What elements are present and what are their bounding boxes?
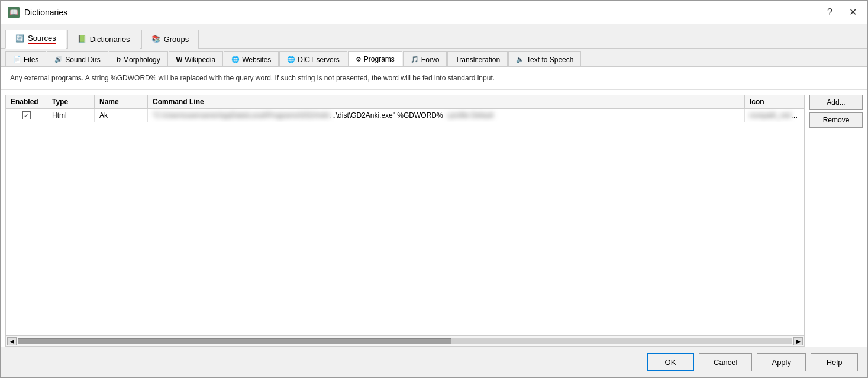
add-button[interactable]: Add... (809, 95, 863, 110)
apply-button[interactable]: Apply (757, 353, 806, 371)
dict-servers-icon: 🌐 (287, 56, 295, 63)
col-enabled: Enabled (6, 95, 47, 108)
title-bar-right: ? ✕ (824, 5, 860, 19)
tab-groups[interactable]: 📚 Groups (141, 30, 199, 49)
sidebar-buttons: Add... Remove (809, 95, 863, 347)
ok-button[interactable]: OK (647, 353, 694, 371)
sources-tab-label: Sources (28, 34, 56, 44)
transliteration-label: Transliteration (455, 56, 500, 64)
title-bar: 📖 Dictionaries ? ✕ (1, 1, 867, 24)
subtab-transliteration[interactable]: Transliteration (447, 51, 508, 67)
remove-button[interactable]: Remove (809, 112, 863, 128)
forvo-icon: 🎵 (411, 56, 419, 63)
horizontal-scrollbar[interactable]: ◀ ▶ (6, 335, 804, 346)
icon-redacted: iconpath_redacted (750, 111, 804, 119)
content-area: 📄 Files 🔊 Sound Dirs h Morphology W Wiki… (1, 49, 867, 347)
command-line-redacted-prefix: "C:\Users\username\AppData\Local\Program… (153, 111, 330, 119)
scroll-right-button[interactable]: ▶ (793, 337, 803, 345)
table-container: Enabled Type Name Command Line Icon Html… (5, 95, 805, 347)
col-name: Name (95, 95, 148, 108)
scroll-thumb[interactable] (18, 338, 451, 344)
subtab-forvo[interactable]: 🎵 Forvo (403, 51, 447, 67)
sound-dirs-label: Sound Dirs (65, 56, 100, 64)
subtab-files[interactable]: 📄 Files (5, 51, 46, 67)
info-text: Any external programs. A string %GDWORD%… (1, 67, 867, 90)
scroll-left-button[interactable]: ◀ (7, 337, 17, 345)
main-window: 📖 Dictionaries ? ✕ 🔄 Sources 📗 Dictionar… (0, 0, 868, 378)
wikipedia-label: Wikipedia (185, 56, 215, 64)
tab-sources[interactable]: 🔄 Sources (5, 30, 66, 49)
col-icon: Icon (745, 95, 804, 108)
subtab-morphology[interactable]: h Morphology (109, 51, 168, 67)
help-button[interactable]: ? (824, 5, 836, 19)
dictionaries-tab-icon: 📗 (78, 35, 87, 44)
subtab-programs[interactable]: ⚙ Programs (348, 51, 402, 67)
enabled-checkbox[interactable] (22, 111, 31, 119)
dict-servers-label: DICT servers (298, 56, 339, 64)
table-header: Enabled Type Name Command Line Icon (6, 95, 804, 109)
sources-tab-icon: 🔄 (15, 34, 25, 44)
table-body: Html Ak "C:\Users\username\AppData\Local… (6, 109, 804, 335)
window-title: Dictionaries (24, 8, 67, 17)
files-label: Files (24, 56, 38, 64)
files-icon: 📄 (13, 56, 21, 63)
groups-tab-icon: 📚 (151, 35, 161, 44)
groups-tab-label: Groups (164, 35, 189, 44)
wikipedia-icon: W (176, 56, 182, 63)
programs-icon: ⚙ (356, 56, 362, 63)
title-bar-left: 📖 Dictionaries (8, 7, 67, 18)
forvo-label: Forvo (421, 56, 440, 64)
col-type: Type (47, 95, 95, 108)
cell-type: Html (47, 109, 95, 122)
cell-name: Ak (95, 109, 148, 122)
subtab-text-to-speech[interactable]: 🔈 Text to Speech (508, 51, 581, 67)
morphology-icon: h (117, 56, 121, 64)
table-area: Enabled Type Name Command Line Icon Html… (1, 90, 867, 347)
subtab-wikipedia[interactable]: W Wikipedia (169, 51, 223, 67)
help-footer-button[interactable]: Help (811, 353, 858, 371)
scroll-track[interactable] (18, 338, 792, 344)
command-line-visible: ...\dist\GD2Anki.exe" %GDWORD% (330, 111, 443, 119)
table-row[interactable]: Html Ak "C:\Users\username\AppData\Local… (6, 109, 804, 122)
websites-icon: 🌐 (231, 56, 240, 63)
close-button[interactable]: ✕ (846, 5, 860, 19)
col-command-line: Command Line (148, 95, 745, 108)
tab-dictionaries[interactable]: 📗 Dictionaries (67, 30, 140, 49)
cell-command-line: "C:\Users\username\AppData\Local\Program… (148, 109, 745, 122)
dictionaries-tab-label: Dictionaries (90, 35, 130, 44)
programs-label: Programs (364, 55, 395, 63)
morphology-label: Morphology (123, 56, 160, 64)
command-line-redacted-suffix: --profile Default (443, 111, 493, 119)
subtab-dict-servers[interactable]: 🌐 DICT servers (279, 51, 347, 67)
main-tabs: 🔄 Sources 📗 Dictionaries 📚 Groups (1, 24, 867, 49)
cell-enabled[interactable] (6, 109, 47, 122)
cell-icon: iconpath_redacted (745, 109, 804, 122)
subtab-sound-dirs[interactable]: 🔊 Sound Dirs (47, 51, 108, 67)
websites-label: Websites (242, 56, 271, 64)
subtab-websites[interactable]: 🌐 Websites (224, 51, 279, 67)
text-to-speech-icon: 🔈 (516, 56, 524, 63)
text-to-speech-label: Text to Speech (527, 56, 573, 64)
sound-dirs-icon: 🔊 (54, 56, 63, 63)
app-icon: 📖 (8, 7, 20, 18)
sub-tabs: 📄 Files 🔊 Sound Dirs h Morphology W Wiki… (1, 49, 867, 67)
footer: OK Cancel Apply Help (1, 347, 867, 377)
cancel-button[interactable]: Cancel (699, 353, 752, 371)
